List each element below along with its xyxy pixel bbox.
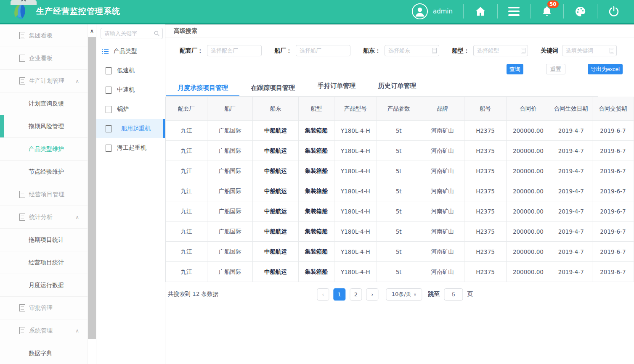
reset-button[interactable]: 重置 — [546, 64, 565, 74]
page-size-select[interactable]: 10条/页∨ — [386, 288, 422, 301]
sidebar-item-system-mgmt[interactable]: 系统管理∧ — [0, 319, 88, 342]
table-cell: 广船国际 — [207, 242, 253, 262]
column-header: 船厂 — [207, 97, 253, 121]
table-cell: 5t — [377, 141, 421, 161]
table-cell: 集装箱船 — [299, 181, 334, 201]
table-cell: 河南矿山 — [421, 222, 464, 242]
sidebar-item-label: 生产计划管理 — [29, 77, 64, 85]
sidebar-item-production-plan-mgmt[interactable]: 生产计划管理∧ — [0, 70, 88, 92]
next-page-button[interactable]: › — [366, 288, 378, 301]
shipowner-input[interactable] — [385, 45, 439, 56]
query-button[interactable]: 查询 — [507, 64, 523, 74]
page-button-2[interactable]: 2 — [350, 288, 362, 301]
jump-page-input[interactable] — [444, 288, 463, 301]
table-cell: 广船国际 — [207, 161, 253, 181]
sidebar-item-monthly-run-data[interactable]: 月度运行数据 — [0, 274, 88, 297]
table-cell: 200000.00 — [507, 201, 550, 222]
sidebar-item-operation-project-mgmt[interactable]: 经营项目管理 — [0, 183, 88, 206]
table-row[interactable]: 九江广船国际中船航运集装箱船Y180L-4-H5t河南矿山H2375200000… — [166, 222, 634, 242]
sidebar-item-stats-analysis[interactable]: 统计分析∧ — [0, 206, 88, 229]
table-cell: 集装箱船 — [299, 222, 334, 242]
table-cell: 中船航运 — [253, 262, 299, 282]
column-header: 合同生效日期 — [550, 97, 592, 121]
page-button-1[interactable]: 1 — [333, 288, 345, 301]
table-row[interactable]: 九江广船国际中船航运集装箱船Y180L-4-H5t河南矿山H2375200000… — [166, 161, 634, 181]
sidebar-scrollbar: ∧ — [88, 24, 96, 364]
home-button[interactable] — [474, 5, 487, 17]
table-cell: 5t — [377, 201, 421, 222]
search-field-shipyard: 船厂： — [274, 45, 350, 56]
tree-item-boiler[interactable]: 锅炉 — [96, 100, 165, 119]
home-icon — [474, 5, 487, 17]
tree-item-label: 中速机 — [117, 86, 135, 94]
table-row[interactable]: 九江广船国际中船航运集装箱船Y180L-4-H5t河南矿山H2375200000… — [166, 242, 634, 262]
table-cell: 中船航运 — [253, 201, 299, 222]
chevron-down-icon: ∨ — [414, 292, 416, 297]
table-cell: 中船航运 — [253, 222, 299, 242]
sidebar-item-delay-project-stats[interactable]: 拖期项目统计 — [0, 229, 88, 251]
scrollbar-thumb[interactable] — [88, 37, 96, 339]
tab-monthly-projects[interactable]: 月度承接项目管理 — [166, 80, 239, 96]
tab-hand-orders[interactable]: 手持订单管理 — [306, 80, 367, 96]
tree-item-low-speed-engine[interactable]: 低速机 — [96, 61, 165, 80]
tree-item-offshore-crane[interactable]: 海工起重机 — [96, 138, 165, 158]
sidebar-item-plan-query-feedback[interactable]: 计划查询反馈 — [0, 92, 88, 115]
shipyard-input[interactable] — [296, 45, 350, 56]
menu-glyph-icon — [19, 32, 25, 39]
menu-glyph-icon — [19, 77, 25, 84]
column-header: 合同交货期 — [592, 97, 634, 121]
table-cell: 200000.00 — [507, 262, 550, 282]
column-header: 产品参数 — [377, 97, 421, 121]
scroll-up-arrow-icon[interactable]: ∧ — [88, 24, 96, 37]
supplier-input[interactable] — [207, 45, 262, 56]
menu-button[interactable] — [508, 7, 520, 16]
sidebar-item-node-experience-maintain[interactable]: 节点经验维护 — [0, 161, 88, 183]
sidebar-item-label: 节点经验维护 — [29, 168, 64, 176]
table-cell: H2375 — [464, 161, 507, 181]
prev-page-button[interactable]: ‹ — [317, 288, 329, 301]
table-row[interactable]: 九江广船国际中船航运集装箱船Y180L-4-H5t河南矿山H2375200000… — [166, 141, 634, 161]
sidebar-item-enterprise-board[interactable]: 企业看板 — [0, 47, 88, 70]
theme-button[interactable] — [574, 5, 586, 18]
tree-item-medium-speed-engine[interactable]: 中速机 — [96, 80, 165, 100]
sidebar-item-product-type-maintain[interactable]: 产品类型维护 — [0, 138, 88, 161]
tree-item-label: 船用起重机 — [121, 125, 151, 132]
sidebar-item-approval-mgmt[interactable]: 审批管理 — [0, 297, 88, 319]
sidebar-item-delay-risk-mgmt[interactable]: 拖期风险管理 — [0, 115, 88, 138]
table-cell: H2375 — [464, 181, 507, 201]
table-cell: 九江 — [166, 161, 207, 181]
tree-item-label: 海工起重机 — [117, 144, 146, 152]
table-row[interactable]: 九江广船国际中船航运集装箱船Y180L-4-H5t河南矿山H2375200000… — [166, 121, 634, 141]
tree-item-marine-crane[interactable]: 船用起重机 — [96, 119, 165, 138]
table-cell: 2019-4-7 — [550, 242, 592, 262]
divider — [530, 4, 531, 18]
field-glyph-icon — [610, 48, 614, 53]
sidebar-item-data-dictionary[interactable]: 数据字典 — [0, 342, 88, 364]
table-cell: 200000.00 — [507, 121, 550, 141]
table-cell: 河南矿山 — [421, 242, 464, 262]
export-excel-button[interactable]: 导出为excel — [588, 64, 623, 74]
logout-button[interactable] — [608, 5, 620, 17]
table-cell: H2375 — [464, 201, 507, 222]
notifications-button[interactable]: 50 — [541, 5, 553, 17]
table-row[interactable]: 九江广船国际中船航运集装箱船Y180L-4-H5t河南矿山H2375200000… — [166, 181, 634, 201]
tree-root-product-type[interactable]: 产品类型 — [96, 42, 165, 61]
ship-type-input[interactable] — [473, 45, 528, 56]
user-menu[interactable]: admin — [412, 3, 453, 19]
sidebar-item-operation-project-stats[interactable]: 经营项目统计 — [0, 251, 88, 274]
corner-artifact — [11, 0, 37, 5]
table-row[interactable]: 九江广船国际中船航运集装箱船Y180L-4-H5t河南矿山H2375200000… — [166, 262, 634, 282]
sidebar-item-label: 月度运行数据 — [29, 282, 64, 289]
tab-history-orders[interactable]: 历史订单管理 — [367, 80, 427, 96]
keyword-input[interactable] — [562, 45, 617, 56]
sidebar-item-label: 拖期风险管理 — [29, 123, 64, 130]
table-row[interactable]: 九江广船国际中船航运集装箱船Y180L-4-H5t河南矿山H2375200000… — [166, 201, 634, 222]
column-header: 船号 — [464, 97, 507, 121]
sidebar-item-group-board[interactable]: 集团看板 — [0, 24, 88, 47]
tab-label: 历史订单管理 — [378, 82, 416, 90]
table-cell: Y180L-4-H — [334, 121, 377, 141]
table-cell: 2019-6-7 — [592, 141, 634, 161]
table-cell: H2375 — [464, 262, 507, 282]
tab-tracking-projects[interactable]: 在跟踪项目管理 — [239, 80, 306, 96]
ship-type-label: 船型： — [452, 47, 470, 55]
